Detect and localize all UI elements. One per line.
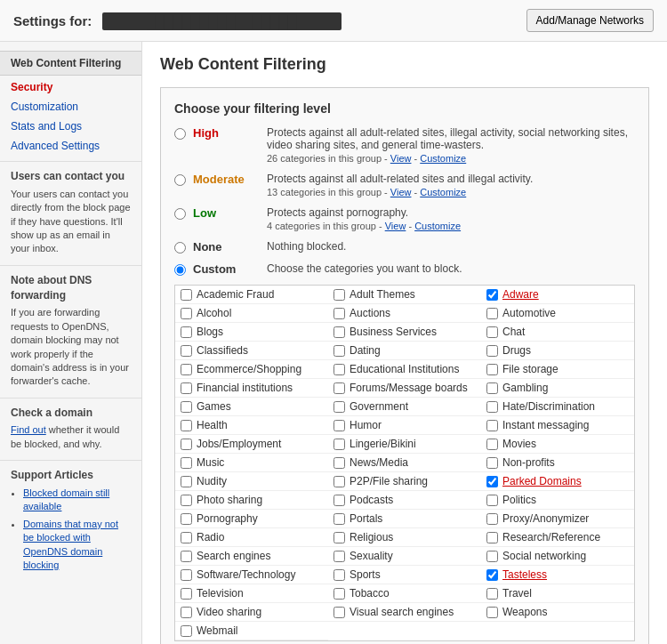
category-checkbox-travel[interactable] [486, 588, 498, 600]
category-label[interactable]: Photo sharing [197, 494, 262, 506]
category-label[interactable]: Radio [197, 531, 224, 543]
category-checkbox-drugs[interactable] [486, 345, 498, 357]
sidebar-item-stats-logs[interactable]: Stats and Logs [0, 117, 141, 136]
category-label[interactable]: Government [350, 400, 408, 413]
category-checkbox-music[interactable] [181, 457, 192, 469]
add-manage-networks-button[interactable]: Add/Manage Networks [526, 9, 654, 32]
category-label[interactable]: Podcasts [350, 494, 393, 506]
category-checkbox-sports[interactable] [334, 569, 345, 581]
category-checkbox-humor[interactable] [334, 420, 345, 431]
category-label[interactable]: Business Services [350, 326, 437, 338]
category-label[interactable]: Forums/Message boards [350, 382, 468, 394]
filter-radio-high[interactable] [174, 128, 186, 140]
category-label[interactable]: Visual search engines [350, 606, 454, 618]
category-checkbox-nudity[interactable] [181, 476, 192, 487]
category-label[interactable]: Research/Reference [502, 531, 600, 543]
category-label[interactable]: Health [197, 419, 228, 431]
support-link-1[interactable]: Blocked domain still available [23, 487, 109, 511]
category-checkbox-alcohol[interactable] [181, 308, 192, 319]
category-checkbox-religious[interactable] [334, 532, 345, 543]
category-label[interactable]: Gambling [502, 382, 548, 394]
category-checkbox-file-storage[interactable] [486, 364, 498, 375]
filter-radio-none[interactable] [174, 242, 186, 254]
category-checkbox-adware[interactable] [486, 289, 498, 301]
category-checkbox-politics[interactable] [486, 495, 498, 506]
sidebar-item-security[interactable]: Security [0, 77, 141, 97]
category-checkbox-gambling[interactable] [486, 382, 498, 394]
category-checkbox-classifieds[interactable] [181, 345, 192, 357]
category-checkbox-forums-message-boards[interactable] [334, 382, 345, 394]
category-checkbox-portals[interactable] [334, 513, 345, 525]
category-label[interactable]: Music [197, 456, 224, 469]
category-checkbox-hate-discrimination[interactable] [486, 401, 498, 413]
category-checkbox-lingerie-bikini[interactable] [334, 439, 345, 450]
sidebar-item-customization[interactable]: Customization [0, 97, 141, 117]
category-checkbox-social-networking[interactable] [486, 551, 498, 562]
low-view-link[interactable]: View [385, 221, 406, 231]
category-label[interactable]: Non-profits [502, 456, 555, 469]
category-label[interactable]: Games [197, 400, 231, 413]
low-customize-link[interactable]: Customize [414, 221, 461, 231]
category-checkbox-research-reference[interactable] [486, 532, 498, 543]
category-label[interactable]: Humor [350, 419, 382, 431]
category-checkbox-government[interactable] [334, 401, 345, 413]
category-checkbox-podcasts[interactable] [334, 495, 345, 506]
category-label[interactable]: Hate/Discrimination [502, 400, 595, 413]
category-label[interactable]: Politics [502, 494, 536, 506]
category-checkbox-dating[interactable] [334, 345, 345, 357]
category-label[interactable]: Adware [502, 288, 539, 301]
category-checkbox-movies[interactable] [486, 439, 498, 450]
category-label[interactable]: Automotive [502, 307, 556, 319]
filter-label-high[interactable]: High [193, 126, 260, 140]
category-label[interactable]: Television [197, 587, 244, 600]
category-checkbox-sexuality[interactable] [334, 551, 345, 562]
moderate-customize-link[interactable]: Customize [420, 187, 466, 197]
category-checkbox-auctions[interactable] [334, 308, 345, 319]
category-checkbox-academic-fraud[interactable] [181, 289, 192, 301]
category-label[interactable]: Parked Domains [502, 475, 582, 487]
category-checkbox-search-engines[interactable] [181, 551, 192, 562]
high-customize-link[interactable]: Customize [420, 153, 466, 164]
category-checkbox-news-media[interactable] [334, 457, 345, 469]
category-checkbox-financial-institutions[interactable] [181, 382, 192, 394]
category-label[interactable]: Drugs [502, 344, 531, 357]
category-label[interactable]: P2P/File sharing [350, 475, 428, 487]
filter-label-custom[interactable]: Custom [193, 262, 260, 276]
category-label[interactable]: Pornography [197, 512, 258, 525]
filter-radio-moderate[interactable] [174, 174, 186, 186]
category-label[interactable]: Auctions [350, 307, 390, 319]
category-label[interactable]: Sports [350, 568, 381, 581]
category-label[interactable]: Proxy/Anonymizer [502, 512, 589, 525]
category-checkbox-television[interactable] [181, 588, 192, 600]
category-checkbox-visual-search-engines[interactable] [334, 607, 345, 618]
category-checkbox-software-technology[interactable] [181, 569, 192, 581]
category-label[interactable]: Tobacco [350, 587, 390, 600]
category-label[interactable]: Adult Themes [350, 288, 415, 301]
category-label[interactable]: Chat [502, 326, 525, 338]
filter-label-moderate[interactable]: Moderate [193, 173, 260, 186]
category-checkbox-games[interactable] [181, 401, 192, 413]
category-label[interactable]: Educational Institutions [350, 363, 459, 375]
category-checkbox-blogs[interactable] [181, 326, 192, 338]
category-label[interactable]: Tasteless [502, 568, 547, 581]
find-out-link[interactable]: Find out [11, 424, 46, 435]
category-checkbox-instant-messaging[interactable] [486, 420, 498, 431]
category-checkbox-radio[interactable] [181, 532, 192, 543]
category-label[interactable]: Social networking [502, 550, 586, 562]
category-label[interactable]: Blogs [197, 326, 223, 338]
category-checkbox-webmail[interactable] [181, 625, 192, 637]
category-checkbox-jobs-employment[interactable] [181, 439, 192, 450]
category-checkbox-adult-themes[interactable] [334, 289, 345, 301]
category-checkbox-non-profits[interactable] [486, 457, 498, 469]
filter-label-none[interactable]: None [193, 240, 260, 254]
category-label[interactable]: Weapons [502, 606, 547, 618]
category-checkbox-video-sharing[interactable] [181, 607, 192, 618]
category-label[interactable]: Travel [502, 587, 532, 600]
category-label[interactable]: Software/Technology [197, 568, 295, 581]
category-label[interactable]: Webmail [197, 624, 237, 637]
filter-radio-low[interactable] [174, 208, 186, 220]
category-label[interactable]: Religious [350, 531, 393, 543]
category-label[interactable]: Classifieds [197, 344, 248, 357]
category-label[interactable]: Nudity [197, 475, 227, 487]
category-label[interactable]: Jobs/Employment [197, 438, 281, 450]
